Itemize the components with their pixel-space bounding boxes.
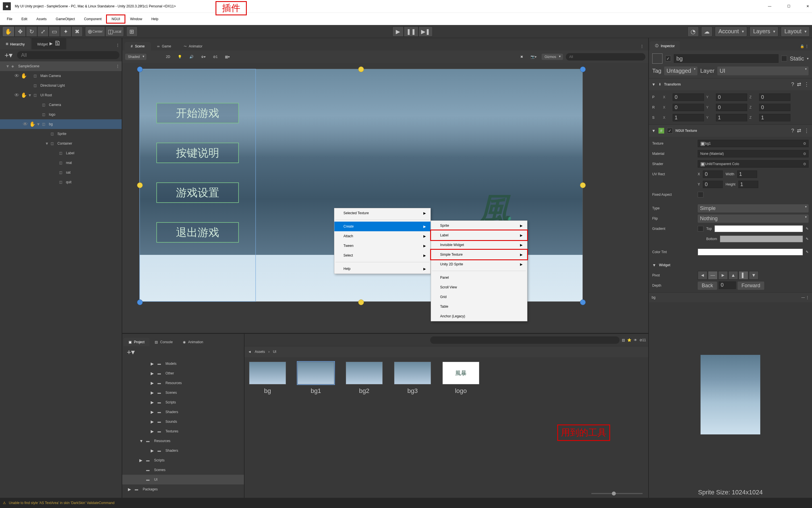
snap-button[interactable]: ⊞ [126, 27, 138, 37]
scene-root[interactable]: ▼◈SampleScene ⋮ [0, 61, 122, 71]
tab-animator[interactable]: ⤳Animator [178, 42, 209, 51]
hierarchy-directional-light[interactable]: ◫Directional Light [0, 81, 122, 90]
layer-dropdown[interactable]: UI [717, 67, 809, 75]
help-icon[interactable]: ? [791, 82, 794, 87]
menu-assets[interactable]: Assets [32, 15, 51, 23]
project-shaders[interactable]: ▶▬Shaders [122, 407, 244, 417]
rect-tool[interactable]: ▭ [49, 27, 60, 37]
tab-hierarchy[interactable]: ≡Hierarchy [0, 38, 30, 49]
scl-x[interactable] [673, 114, 704, 121]
menu-gameobject[interactable]: GameObject [51, 15, 79, 23]
texture-field[interactable]: ▣ bg1⊙ [698, 140, 809, 147]
bc-ui[interactable]: UI [273, 350, 276, 354]
asset-bg1[interactable]: bg1 [297, 362, 334, 395]
type-dropdown[interactable]: Simple [698, 204, 809, 213]
hierarchy-reat[interactable]: ◫reat [0, 158, 122, 168]
menu-help[interactable]: Help [147, 15, 163, 23]
hierarchy-logo[interactable]: ◫logo [0, 110, 122, 119]
favorite-icon[interactable]: ⭐ [627, 338, 631, 342]
close-button[interactable]: ✕ [806, 4, 809, 8]
project-scripts[interactable]: ▶▬Scripts [122, 397, 244, 407]
gameobject-name[interactable] [674, 54, 778, 63]
grid-toggle[interactable]: ▦▾ [223, 54, 232, 60]
tab-console[interactable]: ▤Console [150, 338, 178, 346]
fixed-aspect[interactable] [698, 192, 703, 198]
scene-menu-icon[interactable]: ⋮ [116, 64, 119, 68]
audio-toggle[interactable]: 🔊 [187, 54, 196, 60]
active-checkbox[interactable]: ✓ [665, 56, 671, 61]
gradient-bottom-color[interactable] [720, 236, 803, 242]
project-sounds[interactable]: ▶▬Sounds [122, 417, 244, 426]
menu-file[interactable]: File [2, 15, 17, 23]
tab-inspector[interactable]: ⓘInspector [650, 41, 680, 51]
play-button[interactable]: ▶ [392, 27, 404, 37]
hierarchy-search[interactable] [17, 51, 119, 59]
ctx-create[interactable]: Create▸ [334, 222, 430, 231]
bc-scroll[interactable]: ◄ [248, 350, 252, 354]
uv-w[interactable] [737, 170, 757, 178]
hidden-toggle[interactable]: ⊘1 [211, 54, 220, 60]
static-checkbox[interactable] [781, 56, 787, 61]
pos-x[interactable] [673, 93, 704, 101]
menu-edit[interactable]: Edit [17, 15, 32, 23]
ctx-selected-texture[interactable]: Selected Texture▸ [334, 208, 430, 218]
project-other[interactable]: ▶▬Other [122, 369, 244, 378]
uv-y[interactable] [703, 181, 723, 188]
project-packages[interactable]: ▶▬Packages [122, 484, 244, 494]
hierarchy-sprite[interactable]: ◫Sprite [0, 129, 122, 139]
menu-ngui[interactable]: NGUI [106, 14, 125, 24]
handle-bl[interactable] [137, 299, 143, 305]
uv-x[interactable] [703, 170, 723, 178]
scene-tabs-menu-icon[interactable]: ⋮ [638, 42, 646, 51]
account-dropdown[interactable]: Account [715, 27, 747, 37]
eyedrop-icon[interactable]: ✎ [806, 250, 809, 254]
ctx-select[interactable]: Select▸ [334, 251, 430, 260]
cloud-button[interactable]: ☁ [701, 27, 712, 37]
pos-y[interactable] [716, 93, 747, 101]
project-resources[interactable]: ▶▬Resources [122, 378, 244, 388]
layout-dropdown[interactable]: Layout [781, 27, 810, 37]
component-enable[interactable]: ✓ [667, 128, 673, 133]
hand-tool[interactable]: ✋ [2, 27, 14, 37]
handle-ml[interactable] [137, 182, 143, 188]
tools-icon[interactable]: ✖ [518, 54, 526, 60]
scene-view[interactable]: 風暴 开始游戏 按键说明 游戏设置 退出游戏 Selected Texture▸… [122, 63, 648, 333]
eyedrop-icon[interactable]: ✎ [806, 227, 809, 231]
preset-icon[interactable]: ⇄ [797, 81, 801, 87]
scl-z[interactable] [759, 114, 790, 121]
preset-icon[interactable]: ⇄ [797, 128, 801, 134]
inspector-lock-icon[interactable]: 🔒 ⋮ [798, 42, 811, 51]
ctx-table[interactable]: Table [431, 302, 527, 311]
ctx-grid[interactable]: Grid [431, 292, 527, 302]
ctx-help[interactable]: Help▸ [334, 264, 430, 273]
tab-scene[interactable]: #Scene [124, 42, 151, 51]
2d-toggle[interactable]: 2D [163, 54, 172, 60]
shading-mode[interactable]: Shaded [125, 54, 146, 60]
depth-back[interactable]: Back [698, 282, 717, 290]
menu-component[interactable]: Component [79, 15, 106, 23]
tab-project[interactable]: ▣Project [123, 338, 150, 346]
shader-field[interactable]: ▣ Unlit/Transparent Colo⊙ [698, 160, 809, 168]
depth-value[interactable] [719, 282, 736, 289]
transform-tool[interactable]: ✦ [60, 27, 71, 37]
preview-menu-icon[interactable]: — ⋮ [802, 295, 809, 299]
minimize-button[interactable]: — [768, 4, 771, 8]
fx-toggle[interactable]: ※▾ [199, 54, 208, 60]
hierarchy-ui-root[interactable]: 👁 ✋▼◫UI Root [0, 90, 122, 100]
move-tool[interactable]: ✥ [14, 27, 26, 37]
layers-dropdown[interactable]: Layers [749, 27, 778, 37]
pivot-selector[interactable]: ◄—►▲▌▼ [698, 271, 759, 280]
material-field[interactable]: None (Material)⊙ [698, 150, 809, 157]
asset-bg[interactable]: bg [249, 362, 286, 395]
hierarchy-quit[interactable]: ◫quit [0, 177, 122, 187]
tab-widget[interactable]: Widget ▸ 🖻 [32, 38, 67, 49]
project-scripts[interactable]: ▶▬Scripts [122, 456, 244, 465]
project-scenes[interactable]: ▬Scenes [122, 465, 244, 475]
ctx-attach[interactable]: Attach▸ [334, 231, 430, 241]
asset-bg2[interactable]: bg2 [346, 362, 383, 395]
project-resources[interactable]: ▼▬Resources [122, 436, 244, 446]
pivot-center[interactable]: ⊕Center [85, 27, 105, 37]
project-models[interactable]: ▶▬Models [122, 359, 244, 369]
handle-tc[interactable] [358, 67, 364, 72]
project-scenes[interactable]: ▶▬Scenes [122, 388, 244, 397]
